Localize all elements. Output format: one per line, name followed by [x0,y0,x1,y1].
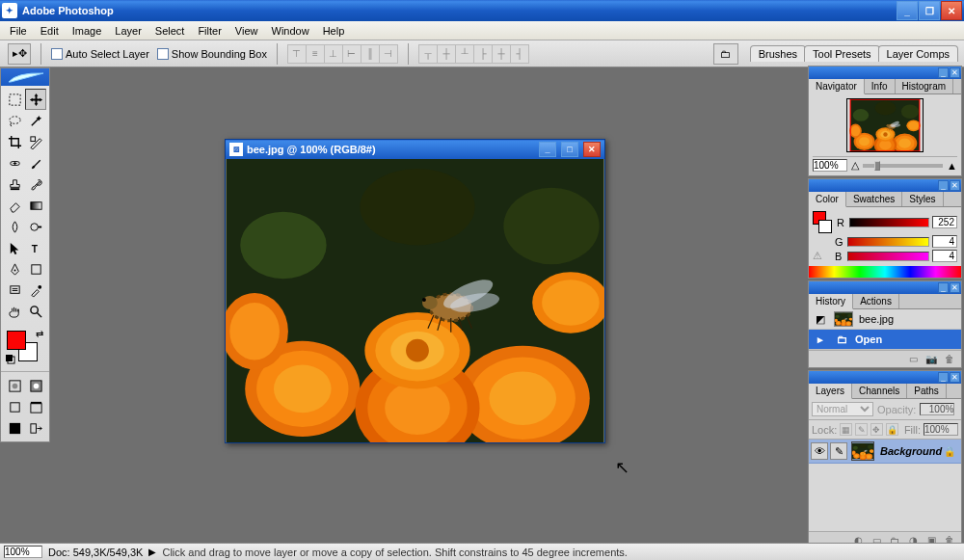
menu-file[interactable]: File [3,23,34,39]
panel-close-icon[interactable]: ✕ [950,282,960,293]
history-brush-source-icon[interactable]: ◩ [813,311,828,327]
history-step-open[interactable]: ▸ 🗀 Open [809,330,961,350]
panel-minimize-icon[interactable]: _ [938,180,949,191]
menu-select[interactable]: Select [148,23,192,39]
b-slider[interactable] [847,252,929,261]
visibility-eye-icon[interactable]: 👁 [811,442,828,460]
screen-mode-full-menubar-icon[interactable] [25,396,46,417]
lock-position-icon[interactable]: ✥ [870,423,883,436]
color-swatches[interactable] [813,211,832,233]
navigator-zoom-slider[interactable] [863,164,943,168]
blend-mode-select[interactable]: Normal [812,402,873,416]
blur-tool[interactable] [4,216,25,237]
gradient-tool[interactable] [25,195,46,216]
lasso-tool[interactable] [4,110,25,131]
move-tool[interactable] [25,89,46,110]
new-doc-from-state-icon[interactable]: ▭ [905,353,921,366]
align-hcenter-icon[interactable]: ║ [361,44,380,64]
path-select-tool[interactable] [4,237,25,258]
fill-input[interactable] [924,423,958,436]
zoom-tool[interactable] [25,301,46,322]
new-snapshot-icon[interactable]: 📷 [924,353,939,366]
close-button[interactable]: ✕ [941,1,962,20]
marquee-tool[interactable] [4,89,25,110]
navigator-zoom-input[interactable] [813,159,847,172]
doc-maximize-button[interactable]: □ [561,142,578,157]
status-zoom-input[interactable] [4,546,42,558]
docked-tool-presets[interactable]: Tool Presets [804,45,880,62]
panel-close-icon[interactable]: ✕ [950,372,960,383]
opacity-input[interactable] [920,403,954,415]
tab-actions[interactable]: Actions [853,294,899,308]
menu-help[interactable]: Help [316,23,352,39]
swap-colors-icon[interactable]: ⇄ [36,329,43,339]
menu-image[interactable]: Image [66,23,109,39]
menu-filter[interactable]: Filter [191,23,228,39]
color-spectrum[interactable] [809,266,961,278]
tab-histogram[interactable]: Histogram [896,79,954,93]
notes-tool[interactable] [4,280,25,301]
doc-close-button[interactable]: ✕ [583,142,601,157]
auto-select-checkbox[interactable]: Auto Select Layer [51,48,149,60]
maximize-button[interactable]: ❐ [919,1,940,20]
tab-styles[interactable]: Styles [902,192,943,206]
healing-tool[interactable] [4,152,25,173]
tab-swatches[interactable]: Swatches [846,192,902,206]
distribute-vcenter-icon[interactable]: ┼ [437,44,456,64]
r-input[interactable] [932,216,957,228]
align-top-icon[interactable]: ⊤ [287,44,307,64]
b-input[interactable] [932,250,957,262]
layer-name[interactable]: Background [880,445,944,457]
tab-history[interactable]: History [809,294,853,309]
menu-layer[interactable]: Layer [108,23,148,39]
lock-transparent-icon[interactable]: ▦ [840,423,852,436]
type-tool[interactable]: T [25,237,46,258]
align-bottom-icon[interactable]: ⊥ [324,44,343,64]
align-vcenter-icon[interactable]: ≡ [306,44,325,64]
doc-minimize-button[interactable]: _ [539,142,556,157]
toolbox-header[interactable] [1,68,49,86]
foreground-color-swatch[interactable] [7,331,26,350]
eraser-tool[interactable] [4,195,25,216]
align-left-icon[interactable]: ⊢ [342,44,362,64]
screen-mode-full-icon[interactable] [4,417,25,439]
gamut-warning-icon[interactable]: ⚠ [813,250,832,262]
navigator-thumbnail[interactable] [846,98,924,152]
layer-link-icon[interactable]: ✎ [830,442,847,460]
panel-close-icon[interactable]: ✕ [950,67,960,78]
distribute-right-icon[interactable]: ┤ [510,44,529,64]
document-canvas[interactable] [226,159,604,442]
hand-tool[interactable] [4,301,25,322]
panel-minimize-icon[interactable]: _ [938,372,949,383]
stamp-tool[interactable] [4,173,25,195]
magic-wand-tool[interactable] [25,110,46,131]
pen-tool[interactable] [4,258,25,280]
zoom-in-icon[interactable]: ▲ [947,160,957,172]
layer-thumbnail[interactable] [851,441,874,461]
trash-icon[interactable]: 🗑 [942,353,957,366]
distribute-left-icon[interactable]: ├ [473,44,493,64]
docked-layer-comps[interactable]: Layer Comps [878,45,958,62]
shape-tool[interactable] [25,258,46,280]
palette-well-icon[interactable]: 🗀 [713,43,738,65]
menu-window[interactable]: Window [265,23,316,39]
bounding-box-checkbox[interactable]: Show Bounding Box [157,48,267,60]
eyedropper-tool[interactable] [25,280,46,301]
screen-mode-standard-icon[interactable] [4,396,25,417]
distribute-top-icon[interactable]: ┬ [418,44,438,64]
tab-navigator[interactable]: Navigator [809,79,865,94]
edit-mask-icon[interactable] [25,375,46,396]
g-input[interactable] [932,235,957,248]
distribute-hcenter-icon[interactable]: ┼ [492,44,511,64]
tab-layers[interactable]: Layers [809,384,852,399]
menu-view[interactable]: View [228,23,265,39]
tab-channels[interactable]: Channels [852,384,907,398]
history-brush-tool[interactable] [25,173,46,195]
crop-tool[interactable] [4,131,25,152]
slice-tool[interactable] [25,131,46,152]
tab-paths[interactable]: Paths [907,384,947,398]
panel-close-icon[interactable]: ✕ [950,180,960,191]
tab-color[interactable]: Color [809,192,846,207]
brush-tool[interactable] [25,152,46,173]
lock-all-icon[interactable]: 🔒 [886,423,898,436]
